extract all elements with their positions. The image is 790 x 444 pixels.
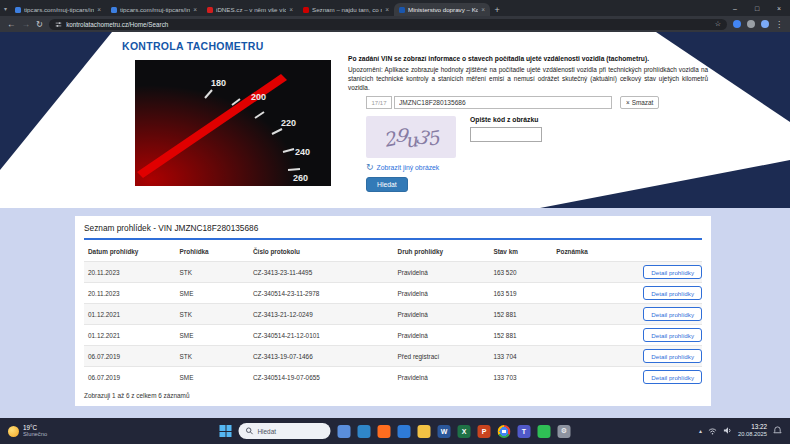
cell-date: 20.11.2023 <box>84 283 176 304</box>
cell-note <box>552 325 639 346</box>
excel-icon[interactable]: X <box>458 425 471 438</box>
powerpoint-icon[interactable]: P <box>478 425 491 438</box>
address-bar[interactable]: kontrolatachometru.cz/Home/Search ☆ <box>49 19 727 30</box>
browser-tab[interactable]: Seznam – najdu tam, co nezn... × <box>298 3 394 16</box>
taskbar-clock[interactable]: 13:22 20.08.2025 <box>738 423 767 439</box>
teams-icon[interactable]: T <box>518 425 531 438</box>
detail-button[interactable]: Detail prohlídky <box>643 370 702 384</box>
refresh-label: Zobrazit jiný obrázek <box>377 164 440 171</box>
cell-protocol-number: CZ-3413-21-12-0249 <box>249 304 394 325</box>
tab-close-icon[interactable]: × <box>481 6 485 13</box>
back-icon[interactable]: ← <box>7 20 16 29</box>
tab-close-icon[interactable]: × <box>289 6 293 13</box>
table-row: 06.07.2019 STK CZ-3413-19-07-1466 Před r… <box>84 346 702 367</box>
detail-button[interactable]: Detail prohlídky <box>643 286 702 300</box>
cell-odometer: 163 520 <box>489 262 552 283</box>
word-icon[interactable]: W <box>438 425 451 438</box>
detail-button[interactable]: Detail prohlídky <box>643 265 702 279</box>
reload-icon[interactable]: ↻ <box>36 20 43 29</box>
col-type: Druh prohlídky <box>394 242 490 262</box>
table-row: 06.07.2019 SME CZ-340514-19-07-0655 Prav… <box>84 367 702 388</box>
browser-tab[interactable]: iDNES.cz – v něm vše víc × <box>202 3 298 16</box>
table-header-row: Datum prohlídky Prohlídka Číslo protokol… <box>84 242 702 262</box>
bookmark-star-icon[interactable]: ☆ <box>715 20 721 28</box>
browser-tab[interactable]: tipcars.com/muj-tipcars/inzer... × <box>106 3 202 16</box>
detail-button[interactable]: Detail prohlídky <box>643 328 702 342</box>
taskbar-search[interactable]: Hledat <box>239 423 331 439</box>
tab-favicon <box>15 7 21 13</box>
cell-protocol-number: CZ-340514-19-07-0655 <box>249 367 394 388</box>
warning-text: Upozornění: Aplikace zobrazuje hodnoty z… <box>348 66 708 93</box>
volume-icon[interactable] <box>723 426 732 435</box>
refresh-captcha-link[interactable]: ↻ Zobrazit jiný obrázek <box>366 163 439 172</box>
close-button[interactable]: × <box>768 0 790 16</box>
search-icon <box>246 427 254 435</box>
captcha-input[interactable] <box>470 127 542 142</box>
tab-close-icon[interactable]: × <box>385 6 389 13</box>
notification-bell-icon[interactable] <box>773 426 782 435</box>
cell-inspection-type: Pravidelná <box>394 325 490 346</box>
col-km: Stav km <box>489 242 552 262</box>
search-button[interactable]: Hledat <box>366 177 408 192</box>
cell-inspection-type: Pravidelná <box>394 367 490 388</box>
profile-avatar[interactable] <box>761 20 769 28</box>
cell-protocol-number: CZ-3413-19-07-1466 <box>249 346 394 367</box>
cell-odometer: 133 704 <box>489 346 552 367</box>
minimize-button[interactable]: – <box>724 0 746 16</box>
cell-protocol-number: CZ-340514-23-11-2978 <box>249 283 394 304</box>
mail-icon[interactable] <box>398 425 411 438</box>
svg-text:200: 200 <box>251 92 266 102</box>
svg-text:240: 240 <box>295 147 310 157</box>
forward-icon[interactable]: → <box>22 20 31 29</box>
tab-close-icon[interactable]: × <box>97 6 101 13</box>
tray-chevron-icon[interactable]: ▴ <box>699 427 702 434</box>
chrome-icon[interactable] <box>498 425 511 438</box>
cell-station-type: SME <box>176 367 249 388</box>
results-table-body: 20.11.2023 STK CZ-3413-23-11-4495 Pravid… <box>84 262 702 388</box>
settings-icon[interactable]: ⚙ <box>558 425 571 438</box>
vin-input[interactable] <box>394 96 612 109</box>
new-tab-button[interactable]: + <box>490 3 504 16</box>
captcha-image: 29u35 <box>366 116 456 158</box>
tab-search-icon[interactable]: ▾ <box>4 5 7 12</box>
browser-toolbar: ← → ↻ kontrolatachometru.cz/Home/Search … <box>0 16 790 32</box>
extensions-puzzle-icon[interactable] <box>747 20 755 28</box>
tab-title: tipcars.com/muj-tipcars/inzer... <box>120 6 190 13</box>
cell-inspection-type: Před registrací <box>394 346 490 367</box>
cell-date: 06.07.2019 <box>84 367 176 388</box>
firefox-icon[interactable] <box>378 425 391 438</box>
browser-tab[interactable]: Ministerstvo dopravy – Kontro... × <box>394 3 490 16</box>
cell-protocol-number: CZ-340514-21-12-0101 <box>249 325 394 346</box>
windows-start-button[interactable] <box>220 425 232 437</box>
extension-icon[interactable] <box>733 20 741 28</box>
cell-odometer: 133 703 <box>489 367 552 388</box>
table-row: 20.11.2023 STK CZ-3413-23-11-4495 Pravid… <box>84 262 702 283</box>
url-text[interactable]: kontrolatachometru.cz/Home/Search <box>66 21 711 28</box>
results-card: Seznam prohlídek - VIN JMZNC18F280135686… <box>75 216 711 406</box>
refresh-icon: ↻ <box>366 163 374 172</box>
whatsapp-icon[interactable] <box>538 425 551 438</box>
taskbar-search-label: Hledat <box>258 428 276 435</box>
tab-close-icon[interactable]: × <box>193 6 197 13</box>
cell-station-type: STK <box>176 304 249 325</box>
cell-note <box>552 262 639 283</box>
col-date: Datum prohlídky <box>84 242 176 262</box>
edge-icon[interactable] <box>358 425 371 438</box>
detail-button[interactable]: Detail prohlídky <box>643 307 702 321</box>
detail-button[interactable]: Detail prohlídky <box>643 349 702 363</box>
weather-widget[interactable]: 19°C Slunečno <box>8 424 47 439</box>
clear-vin-button[interactable]: ×Smazat <box>620 96 659 109</box>
browser-tab[interactable]: tipcars.com/muj-tipcars/inzer... × <box>10 3 106 16</box>
site-settings-icon[interactable] <box>55 21 62 28</box>
table-row: 20.11.2023 SME CZ-340514-23-11-2978 Prav… <box>84 283 702 304</box>
results-heading: Seznam prohlídek - VIN JMZNC18F280135686 <box>84 223 702 233</box>
task-view-icon[interactable] <box>338 425 351 438</box>
cell-note <box>552 283 639 304</box>
cell-protocol-number: CZ-3413-23-11-4495 <box>249 262 394 283</box>
cell-inspection-type: Pravidelná <box>394 283 490 304</box>
wifi-icon[interactable] <box>708 426 717 435</box>
maximize-button[interactable]: □ <box>746 0 768 16</box>
explorer-icon[interactable] <box>418 425 431 438</box>
browser-menu-icon[interactable]: ⋮ <box>775 20 783 29</box>
weather-sun-icon <box>8 426 19 437</box>
